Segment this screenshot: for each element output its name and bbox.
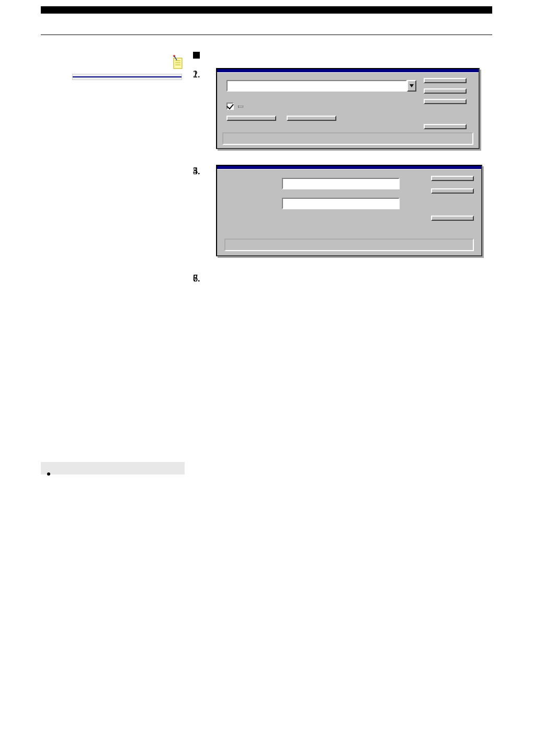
show-all-options-label[interactable] [238, 106, 243, 108]
step-5: 5. [193, 165, 492, 256]
side-note [41, 462, 185, 475]
step-2: 2. [193, 68, 492, 149]
station-dropdown-value [226, 80, 407, 92]
station-dropdown[interactable] [226, 80, 416, 92]
horizontal-rule [41, 35, 492, 35]
cancel-button[interactable] [431, 188, 474, 194]
existing-name-field [282, 178, 400, 189]
procedure-bullet-icon [193, 52, 200, 59]
step-5-number: 5. [193, 165, 200, 178]
equipment-setup-menu [72, 74, 182, 80]
modify-button[interactable] [424, 78, 467, 83]
close-button[interactable] [424, 99, 467, 104]
show-all-options-checkbox[interactable] [226, 103, 234, 110]
menu-item-delete-empty[interactable] [73, 78, 182, 80]
note-icon [171, 54, 185, 70]
step-2-number: 2. [193, 68, 200, 81]
header-black-bar [41, 6, 492, 14]
chevron-down-icon[interactable] [407, 80, 416, 92]
delete-button[interactable] [287, 116, 336, 121]
ok-button[interactable] [431, 176, 474, 181]
status-bar-rename [224, 239, 474, 251]
svg-rect-0 [174, 58, 182, 69]
show-all-options-row [226, 101, 416, 110]
rename-station-dialog [216, 165, 482, 256]
help-button-rename[interactable] [431, 216, 474, 221]
procedure-heading [193, 50, 492, 61]
step-8-number: 8. [193, 272, 200, 285]
station-setup-dialog [216, 68, 480, 149]
help-button[interactable] [424, 124, 467, 129]
rename-button[interactable] [226, 116, 276, 121]
status-bar [222, 132, 473, 145]
new-button[interactable] [424, 88, 467, 94]
new-name-field[interactable] [282, 198, 400, 209]
page-footer [9, 700, 14, 709]
